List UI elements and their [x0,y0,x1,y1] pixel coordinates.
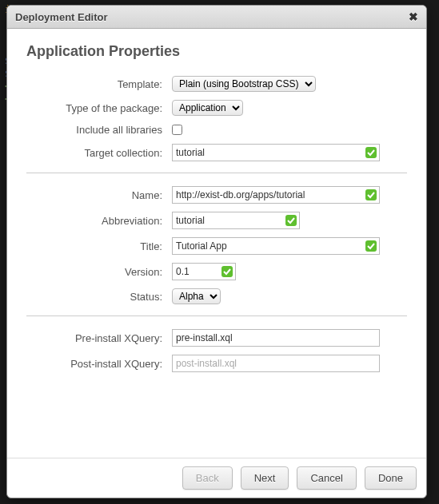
pre-install-label: Pre-install XQuery: [26,332,172,344]
svg-rect-0 [365,147,377,158]
title-label: Title: [26,240,172,252]
abbreviation-label: Abbreviation: [26,215,172,227]
close-icon[interactable]: ✖ [409,10,418,23]
dialog-title: Deployment Editor [15,11,108,23]
name-label: Name: [26,189,172,201]
done-button[interactable]: Done [365,466,417,490]
status-label: Status: [26,291,172,303]
back-button: Back [182,466,233,490]
target-collection-input[interactable] [173,145,362,160]
svg-rect-3 [365,240,377,252]
status-select[interactable]: Alpha [172,288,221,304]
target-collection-label: Target collection: [26,147,172,159]
divider [26,173,407,173]
title-input[interactable] [173,239,362,253]
svg-rect-4 [221,266,233,277]
template-select[interactable]: Plain (using Bootstrap CSS) [172,76,316,92]
version-label: Version: [26,266,172,278]
dialog-titlebar[interactable]: Deployment Editor ✖ [7,6,426,29]
divider [26,315,407,316]
check-icon [365,240,377,252]
version-input[interactable] [173,264,218,279]
deployment-editor-dialog: Deployment Editor ✖ Application Properti… [6,5,427,498]
check-icon [365,189,377,200]
template-label: Template: [26,78,172,90]
include-libs-label: Include all libraries [26,124,172,136]
check-icon [221,266,233,277]
button-bar: Back Next Cancel Done [7,458,426,498]
check-icon [365,147,377,158]
svg-rect-1 [365,189,377,200]
include-libs-checkbox[interactable] [172,125,182,135]
dialog-content: Application Properties Template: Plain (… [7,29,426,458]
type-label: Type of the package: [26,102,172,114]
abbreviation-input[interactable] [173,213,282,228]
check-icon [285,215,297,226]
post-install-input[interactable] [173,356,379,371]
post-install-label: Post-install XQuery: [26,358,172,370]
pre-install-input[interactable] [173,331,379,345]
cancel-button[interactable]: Cancel [297,466,356,490]
next-button[interactable]: Next [241,466,289,490]
type-select[interactable]: Application [172,100,243,116]
name-input[interactable] [173,188,362,202]
svg-rect-2 [285,215,297,226]
page-title: Application Properties [26,43,407,60]
